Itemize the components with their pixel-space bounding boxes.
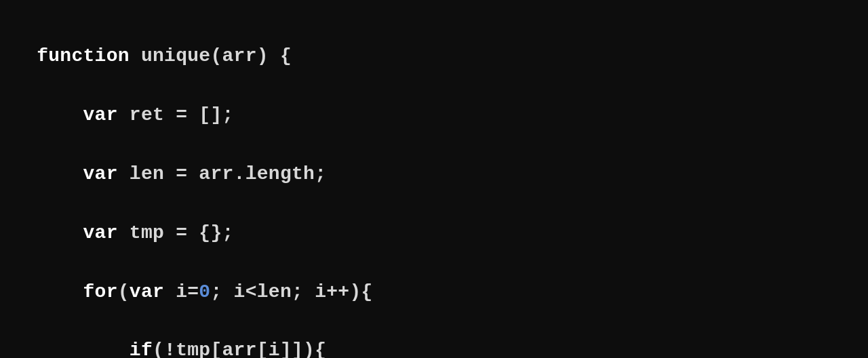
line-1-rest: unique(arr) { [130, 45, 292, 66]
line-4: var tmp = {}; [37, 222, 233, 243]
number-0: 0 [199, 281, 210, 302]
keyword-var-4: var [130, 281, 164, 302]
line-3: var len = arr.length; [37, 163, 326, 184]
keyword-var-2: var [83, 163, 118, 184]
keyword-var-1: var [83, 104, 118, 125]
line-2: var ret = []; [37, 104, 233, 125]
code-display: function unique(arr) { var ret = []; var… [0, 0, 387, 358]
line-1: function unique(arr) { [37, 45, 292, 66]
keyword-for: for [83, 281, 118, 302]
line-6: if(!tmp[arr[i]]){ [37, 340, 326, 358]
keyword-function: function [37, 45, 130, 66]
line-5: for(var i=0; i<len; i++){ [37, 281, 372, 302]
keyword-if: if [130, 340, 153, 358]
keyword-var-3: var [83, 222, 118, 243]
